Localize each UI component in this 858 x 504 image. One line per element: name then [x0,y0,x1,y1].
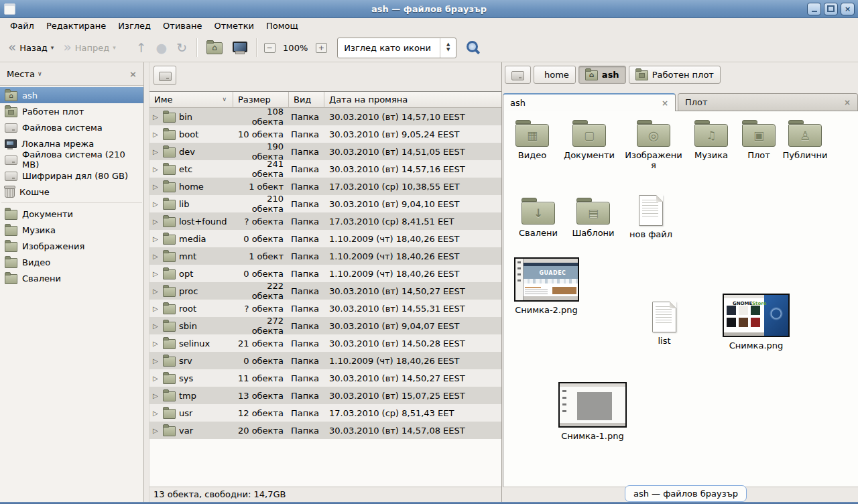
column-header-name[interactable]: Име ∨ [149,92,233,108]
table-row[interactable]: ▷ opt 0 обекта Папка 1.10.2009 (чт) 18,4… [149,265,501,282]
table-row[interactable]: ▷ sys 11 обекта Папка 30.03.2010 (вт) 14… [149,369,501,387]
file-item[interactable]: list [644,302,684,346]
file-item[interactable]: Плот [739,119,778,160]
close-button[interactable]: × [841,3,855,15]
search-button[interactable] [465,39,482,56]
table-row[interactable]: ▷ etc 241 обекта Папка 30.03.2010 (вт) 1… [149,160,501,178]
maximize-button[interactable] [824,3,838,15]
tab-plot[interactable]: Плот × [678,93,858,111]
menu-item[interactable]: Изглед [112,19,157,32]
breadcrumb-button[interactable] [505,66,531,84]
table-row[interactable]: ▷ sbin 272 обекта Папка 30.03.2010 (вт) … [149,317,501,334]
titlebar[interactable]: ash — файлов браузър × [0,0,858,18]
zoom-in-button[interactable]: + [313,40,329,56]
expander-icon[interactable]: ▷ [153,340,160,347]
table-row[interactable]: ▷ lib 210 обекта Папка 30.03.2010 (вт) 9… [149,195,501,212]
file-item[interactable]: Изображения [623,119,684,170]
expander-icon[interactable]: ▷ [153,375,160,382]
view-mode-select[interactable]: Изглед като икони ▲▼ [337,38,456,58]
table-row[interactable]: ▷ srv 0 обекта Папка 1.10.2009 (чт) 18,4… [149,352,501,369]
back-button[interactable]: « Назад ▾ [3,37,58,58]
sidebar-bookmark-item[interactable]: Изображения [0,238,143,254]
column-header-type[interactable]: Вид [289,92,324,108]
home-button[interactable] [202,37,227,58]
table-row[interactable]: ▷ boot 10 обекта Папка 30.03.2010 (вт) 9… [149,125,501,143]
file-item[interactable]: Документи [560,119,619,160]
expander-icon[interactable]: ▷ [153,305,160,312]
table-row[interactable]: ▷ dev 190 обекта Папка 30.03.2010 (вт) 1… [149,143,501,160]
forward-button[interactable]: » Напред ▾ [58,37,120,58]
expander-icon[interactable]: ▷ [153,148,160,155]
column-header-modified[interactable]: Дата на промяна [324,92,501,108]
file-item[interactable]: Публични [777,119,833,160]
table-row[interactable]: ▷ var 20 обекта Папка 30.03.2010 (вт) 14… [149,422,501,439]
table-row[interactable]: ▷ tmp 13 обекта Папка 30.03.2010 (вт) 15… [149,387,501,404]
breadcrumb-button[interactable]: home [534,66,576,84]
expander-icon[interactable]: ▷ [153,113,160,121]
expander-icon[interactable]: ▷ [153,410,160,417]
expander-icon[interactable]: ▷ [153,357,160,365]
file-item[interactable]: Снимка-1.png [556,382,629,441]
sidebar-place-item[interactable]: Файлова система [0,119,143,135]
menu-item[interactable]: Отиване [157,19,208,32]
file-item[interactable]: Свалени [513,197,564,238]
expander-icon[interactable]: ▷ [153,253,160,260]
menu-item[interactable]: Помощ [260,19,304,32]
icon-view[interactable]: Видео Документи Изображения Музика [503,111,858,487]
menu-item[interactable]: Отметки [208,19,259,32]
expander-icon[interactable]: ▷ [153,218,160,225]
table-row[interactable]: ▷ bin 108 обекта Папка 30.03.2010 (вт) 1… [149,108,501,125]
expander-icon[interactable]: ▷ [153,270,160,277]
breadcrumb-button[interactable]: ash [578,66,626,84]
file-item[interactable]: нов файл [624,195,678,239]
reload-button[interactable]: ↻ [172,37,192,58]
expander-icon[interactable]: ▷ [153,183,160,190]
sidebar-place-item[interactable]: ash [0,87,143,103]
sidebar-title[interactable]: Места [7,69,35,79]
expander-icon[interactable]: ▷ [153,288,160,295]
menu-item[interactable]: Редактиране [40,19,112,32]
expander-icon[interactable]: ▷ [153,166,160,173]
table-row[interactable]: ▷ usr 12 обекта Папка 17.03.2010 (ср) 8,… [149,404,501,422]
computer-button[interactable] [227,37,251,58]
sidebar-bookmark-item[interactable]: Музика [0,222,143,238]
expander-icon[interactable]: ▷ [153,131,160,138]
expander-icon[interactable]: ▷ [153,392,160,399]
table-row[interactable]: ▷ proc 222 обекта Папка 30.03.2010 (вт) … [149,282,501,300]
file-item[interactable]: Видео [509,119,556,160]
sidebar-bookmark-item[interactable]: Видео [0,254,143,270]
sidebar-place-item[interactable]: Работен плот [0,103,143,119]
root-location-button[interactable] [154,66,176,85]
column-header-size[interactable]: Размер [233,92,289,108]
expander-icon[interactable]: ▷ [153,322,160,330]
tab-close-icon[interactable]: × [844,98,851,107]
sidebar-place-item[interactable]: Кошче [0,184,143,200]
sidebar-mode-caret-icon[interactable]: ∨ [38,70,42,77]
file-item[interactable]: Снимка-2.png [513,257,580,315]
table-row[interactable]: ▷ selinux 21 обекта Папка 30.03.2010 (вт… [149,334,501,352]
table-row[interactable]: ▷ home 1 обект Папка 17.03.2010 (ср) 10,… [149,178,501,195]
menu-item[interactable]: Файл [4,19,40,32]
tab-ash[interactable]: ash × [503,93,676,111]
expander-icon[interactable]: ▷ [153,200,160,208]
zoom-out-button[interactable]: − [261,40,278,56]
sidebar-close-icon[interactable]: × [129,69,137,79]
expander-icon[interactable]: ▷ [153,235,160,243]
table-row[interactable]: ▷ root ? обекта Папка 30.03.2010 (вт) 14… [149,300,501,317]
file-item[interactable]: Музика [690,119,733,160]
table-row[interactable]: ▷ mnt 1 обект Папка 1.10.2009 (чт) 18,40… [149,247,501,265]
table-row[interactable]: ▷ media 0 обекта Папка 1.10.2009 (чт) 18… [149,230,501,247]
sidebar-place-item[interactable]: Файлова система (210 MB) [0,151,143,168]
sidebar-place-item[interactable]: Шифриран дял (80 GB) [0,168,143,184]
table-row[interactable]: ▷ lost+found ? обекта Папка 17.03.2010 (… [149,212,501,230]
expander-icon[interactable]: ▷ [153,427,160,434]
tab-close-icon[interactable]: × [662,99,668,108]
back-history-caret[interactable]: ▾ [51,44,54,51]
sidebar-bookmark-item[interactable]: Свалени [0,270,143,286]
file-item[interactable]: Шаблони [568,197,619,238]
sidebar-bookmark-item[interactable]: Документи [0,206,143,222]
file-item[interactable]: Снимка.png [719,294,793,351]
breadcrumb-button[interactable]: Работен плот [629,66,721,84]
minimize-button[interactable] [807,3,821,15]
up-button[interactable]: ↑ [131,37,151,58]
